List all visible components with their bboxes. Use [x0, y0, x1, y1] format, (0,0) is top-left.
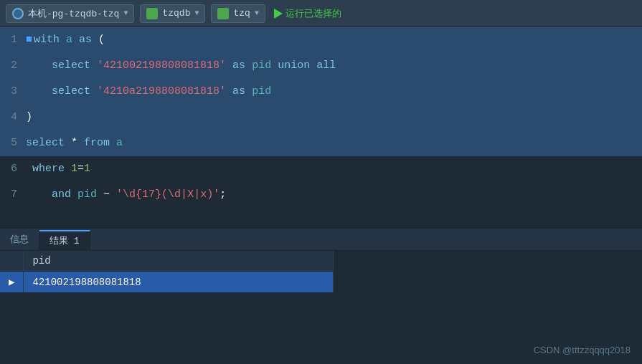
- line-number-2: 2: [0, 53, 23, 79]
- code-line-4: 4 ): [0, 105, 642, 130]
- code-line-2: 2 select '421002198808081818' as pid uni…: [0, 53, 642, 79]
- code-line-3: 3 select '4210a2198808081818' as pid: [0, 79, 642, 105]
- watermark: CSDN @tttzzqqqq2018: [534, 345, 631, 355]
- line-number-5: 5: [0, 130, 23, 156]
- run-button[interactable]: 运行已选择的: [274, 7, 341, 20]
- line-content-2: select '421002198808081818' as pid union…: [23, 53, 339, 79]
- connection-selector[interactable]: 本机-pg-tzqdb-tzq ▼: [6, 4, 134, 23]
- line-number-4: 4: [0, 105, 23, 130]
- code-line-7: 7 and pid ~ '\d{17}(\d|X|x)';: [0, 182, 642, 208]
- toolbar: 本机-pg-tzqdb-tzq ▼ tzqdb ▼ tzq ▼ 运行已选择的: [0, 0, 642, 27]
- code-line-5: 5 select * from a: [0, 130, 642, 156]
- line-content-3: select '4210a2198808081818' as pid: [23, 79, 274, 105]
- row-indicator: ▶: [0, 272, 24, 293]
- connection-label: 本机-pg-tzqdb-tzq: [28, 7, 119, 20]
- cell-pid: 421002198808081818: [24, 272, 334, 293]
- column-header-pid: pid: [24, 251, 334, 272]
- line-number-3: 3: [0, 79, 23, 105]
- line-content-4: ): [23, 105, 35, 130]
- db-icon: [146, 8, 158, 19]
- table-selector[interactable]: tzq ▼: [211, 4, 265, 23]
- code-line-6: 6 where 1=1: [0, 156, 642, 182]
- run-label: 运行已选择的: [285, 7, 341, 20]
- bottom-content: pid ▶ 421002198808081818: [0, 251, 642, 292]
- line-number-1: 1: [0, 27, 23, 53]
- table-icon: [217, 8, 229, 19]
- line-content-1: ■with a as (: [23, 27, 108, 53]
- tab-result1[interactable]: 结果 1: [39, 230, 90, 250]
- empty-right-panel: [334, 251, 642, 292]
- line-bullet-icon: ■: [26, 34, 32, 46]
- tab-info[interactable]: 信息: [0, 230, 39, 250]
- line-content-7: and pid ~ '\d{17}(\d|X|x)';: [23, 182, 229, 208]
- code-line-1: 1 ■with a as (: [0, 27, 642, 53]
- row-indicator-header: [0, 251, 24, 272]
- connection-chevron: ▼: [123, 9, 128, 17]
- table-chevron: ▼: [255, 9, 259, 17]
- table-label: tzq: [233, 8, 250, 19]
- line-number-7: 7: [0, 182, 23, 208]
- database-selector[interactable]: tzqdb ▼: [140, 4, 205, 23]
- results-table: pid ▶ 421002198808081818: [0, 251, 334, 292]
- line-content-6: where 1=1: [23, 156, 93, 182]
- database-label: tzqdb: [162, 8, 190, 19]
- run-triangle-icon: [274, 9, 283, 19]
- results-panel: pid ▶ 421002198808081818: [0, 251, 334, 292]
- table-row[interactable]: ▶ 421002198808081818: [0, 272, 334, 293]
- line-content-5: select * from a: [23, 130, 126, 156]
- code-editor[interactable]: 1 ■with a as ( 2 select '421002198808081…: [0, 27, 642, 228]
- bottom-tabs: 信息 结果 1: [0, 228, 642, 251]
- database-chevron: ▼: [194, 9, 199, 17]
- line-number-6: 6: [0, 156, 23, 182]
- pg-icon: [12, 8, 24, 19]
